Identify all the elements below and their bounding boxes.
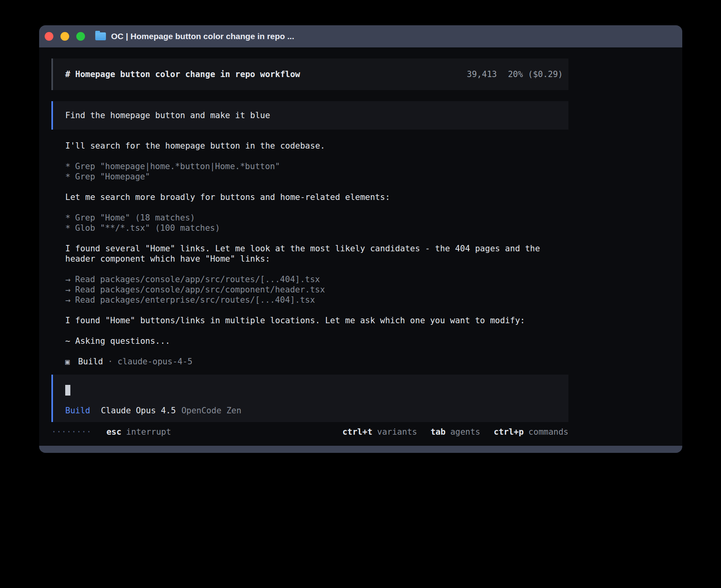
tool-call-grep: * Grep "homepage|home.*button|Home.*butt… — [65, 161, 568, 172]
dot-separator: · — [108, 357, 113, 366]
tool-call-grep: * Grep "Home" (18 matches) — [65, 213, 568, 223]
asterisk-icon: * — [65, 213, 75, 223]
session-title: # Homepage button color change in repo w… — [65, 70, 300, 79]
zoom-button[interactable] — [76, 32, 85, 41]
user-message-text: Find the homepage button and make it blu… — [65, 111, 270, 120]
shortcut-agents: tab agents — [430, 427, 480, 437]
provider-label: OpenCode Zen — [181, 405, 242, 416]
terminal-content: # Homepage button color change in repo w… — [39, 47, 682, 446]
spinner-dots: ········ — [51, 427, 91, 437]
asterisk-icon: * — [65, 223, 75, 234]
window-title: OC | Homepage button color change in rep… — [111, 32, 294, 41]
assistant-text: I found "Home" buttons/links in multiple… — [65, 315, 568, 326]
agent-status-line: ▣ Build · claude-opus-4-5 — [65, 356, 568, 367]
agent-mode-label[interactable]: Build — [65, 405, 90, 416]
shortcut-commands: ctrl+p commands — [494, 427, 568, 437]
tool-call-read: → Read packages/console/app/src/componen… — [65, 285, 568, 295]
agent-name: Build — [78, 357, 103, 366]
context-usage: 20% ($0.29) — [508, 70, 563, 79]
folder-icon — [95, 32, 106, 40]
model-label: Claude Opus 4.5 — [101, 405, 176, 416]
shortcut-esc: esc interrupt — [106, 427, 171, 437]
tab-key: tab — [430, 427, 445, 437]
asterisk-icon: * — [65, 172, 75, 182]
session-stats: 39,413 20% ($0.29) — [467, 70, 563, 79]
status-line-asking: ~ Asking questions... — [65, 336, 568, 346]
arrow-right-icon: → — [65, 295, 75, 305]
minimize-button[interactable] — [60, 32, 69, 41]
tool-call-text: Read packages/console/app/src/routes/[..… — [75, 274, 320, 285]
ctrl-p-key: ctrl+p — [494, 427, 524, 437]
asterisk-icon: * — [65, 162, 75, 172]
conversation: I'll search for the homepage button in t… — [51, 141, 568, 367]
status-bar: ········ esc interrupt ctrl+t variants t… — [51, 427, 568, 437]
commands-label: commands — [528, 427, 568, 437]
variants-label: variants — [377, 427, 417, 437]
shortcut-variants: ctrl+t variants — [342, 427, 417, 437]
token-count: 39,413 — [467, 70, 497, 79]
tool-call-text: Read packages/enterprise/src/routes/[...… — [75, 295, 315, 305]
esc-key: esc — [106, 427, 121, 437]
traffic-lights — [45, 32, 85, 41]
tool-call-text: Grep "homepage|home.*button|Home.*button… — [75, 161, 280, 172]
ctrl-t-key: ctrl+t — [342, 427, 372, 437]
shortcut-list: ctrl+t variants tab agents ctrl+p comman… — [342, 427, 568, 437]
assistant-text: I found several "Home" links. Let me loo… — [65, 243, 568, 264]
tool-call-read: → Read packages/enterprise/src/routes/[.… — [65, 295, 568, 305]
agent-model: claude-opus-4-5 — [117, 357, 193, 366]
tool-call-glob: * Glob "**/*.tsx" (100 matches) — [65, 223, 568, 233]
assistant-text: Let me search more broadly for buttons a… — [65, 192, 568, 202]
tool-call-text: Glob "**/*.tsx" (100 matches) — [75, 223, 220, 233]
tool-call-text: Grep "Home" (18 matches) — [75, 213, 195, 223]
window-titlebar[interactable]: OC | Homepage button color change in rep… — [39, 25, 682, 47]
user-message: Find the homepage button and make it blu… — [51, 101, 568, 130]
agents-label: agents — [450, 427, 480, 437]
tool-call-read: → Read packages/console/app/src/routes/[… — [65, 274, 568, 285]
tool-call-text: Read packages/console/app/src/component/… — [75, 285, 325, 295]
square-dot-icon: ▣ — [65, 356, 70, 367]
tool-call-group: * Grep "homepage|home.*button|Home.*butt… — [65, 161, 568, 182]
tool-call-text: Grep "Homepage" — [75, 172, 150, 182]
tool-call-group: * Grep "Home" (18 matches) * Glob "**/*.… — [65, 213, 568, 233]
text-cursor — [65, 385, 70, 396]
assistant-text: I'll search for the homepage button in t… — [65, 141, 568, 151]
session-header: # Homepage button color change in repo w… — [51, 58, 568, 90]
tool-call-grep: * Grep "Homepage" — [65, 172, 568, 182]
prompt-input[interactable]: Build Claude Opus 4.5 OpenCode Zen — [51, 375, 568, 422]
tool-call-group: → Read packages/console/app/src/routes/[… — [65, 274, 568, 305]
tui-column: # Homepage button color change in repo w… — [51, 58, 568, 437]
input-meta-row: Build Claude Opus 4.5 OpenCode Zen — [65, 405, 568, 416]
close-button[interactable] — [45, 32, 53, 41]
arrow-right-icon: → — [65, 285, 75, 295]
esc-label: interrupt — [126, 427, 171, 437]
terminal-window: OC | Homepage button color change in rep… — [39, 25, 682, 453]
arrow-right-icon: → — [65, 275, 75, 285]
